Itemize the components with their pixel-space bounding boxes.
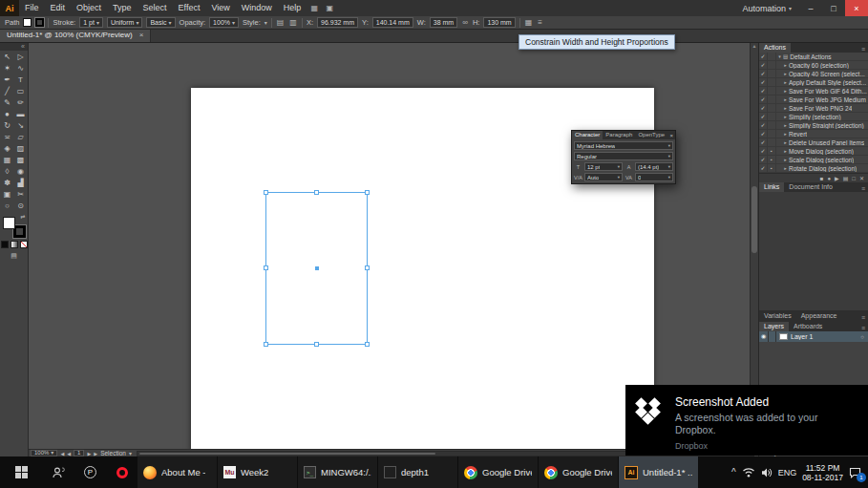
rectangle-tool[interactable]: ▭ bbox=[14, 85, 28, 96]
mesh-tool[interactable]: ▦ bbox=[1, 154, 14, 165]
scale-tool[interactable]: ↘ bbox=[14, 119, 28, 131]
action-set-row[interactable]: ✓ ▾ ▤ Default Actions bbox=[759, 53, 868, 61]
action-item-row[interactable]: ✓ ▸ Simplify Straight (selection) bbox=[759, 121, 868, 130]
selection-handle[interactable] bbox=[264, 342, 268, 347]
stroke-weight-field[interactable]: 1 pt ▾ bbox=[79, 17, 103, 28]
perspective-grid-tool[interactable]: ▨ bbox=[14, 142, 28, 154]
horizontal-scrollbar-thumb[interactable] bbox=[139, 453, 435, 455]
shape-builder-tool[interactable]: ◈ bbox=[1, 142, 14, 154]
action-dialog-toggle[interactable]: ▪ bbox=[768, 164, 776, 172]
action-item-row[interactable]: ✓ ▸ Opacity 60 (selection) bbox=[759, 61, 868, 70]
vertical-scrollbar-thumb[interactable] bbox=[752, 186, 757, 253]
close-icon[interactable]: × bbox=[667, 133, 675, 138]
align-icon[interactable]: ▤ bbox=[276, 18, 286, 27]
eyedropper-tool[interactable]: ◊ bbox=[1, 165, 14, 177]
action-item-row[interactable]: ✓ ▸ Save For Web GIF 64 Dith... bbox=[759, 87, 868, 95]
tools-collapse-icon[interactable]: « bbox=[0, 43, 28, 51]
action-check-icon[interactable]: ✓ bbox=[759, 61, 768, 69]
input-language-indicator[interactable]: ENG bbox=[778, 468, 797, 477]
action-check-icon[interactable]: ✓ bbox=[759, 156, 768, 163]
font-style-dropdown[interactable]: Regular ▾ bbox=[574, 152, 673, 160]
scroll-up-icon[interactable]: ▲ bbox=[751, 43, 758, 50]
layer-row[interactable]: ◉ Layer 1 ○ bbox=[759, 331, 868, 342]
selection-handle[interactable] bbox=[365, 265, 370, 270]
action-check-icon[interactable]: ✓ bbox=[759, 70, 768, 77]
lasso-tool[interactable]: ∿ bbox=[14, 62, 28, 74]
menu-help[interactable]: Help bbox=[278, 0, 307, 16]
next-artboard-button[interactable]: ▶ bbox=[87, 451, 91, 456]
close-button[interactable]: × bbox=[845, 0, 868, 16]
taskbar-app-mingw64[interactable]: >_ MINGW64:/... bbox=[298, 456, 378, 488]
opera-button[interactable] bbox=[106, 456, 138, 488]
wifi-icon[interactable] bbox=[742, 467, 755, 477]
leading-field[interactable]: (14.4 pt) ▾ bbox=[635, 162, 673, 171]
new-action-icon[interactable]: □ bbox=[852, 176, 856, 181]
width-tool[interactable]: ≍ bbox=[1, 131, 14, 142]
tab-layers[interactable]: Layers bbox=[759, 322, 789, 331]
record-icon[interactable]: ● bbox=[827, 176, 831, 181]
action-item-row[interactable]: ✓ ▸ Opacity 40 Screen (select... bbox=[759, 70, 868, 78]
screen-mode-button[interactable]: ▤ bbox=[11, 252, 17, 260]
action-check-icon[interactable]: ✓ bbox=[759, 78, 768, 86]
menu-edit[interactable]: Edit bbox=[45, 0, 72, 16]
clock[interactable]: 11:52 PM 08-11-2017 bbox=[802, 463, 843, 482]
width-field[interactable]: 38 mm bbox=[430, 17, 457, 28]
expand-icon[interactable]: ▸ bbox=[782, 139, 789, 145]
action-check-icon[interactable]: ✓ bbox=[759, 87, 768, 95]
action-check-icon[interactable]: ✓ bbox=[759, 53, 768, 60]
blend-tool[interactable]: ◉ bbox=[14, 165, 28, 177]
selection-handle[interactable] bbox=[365, 190, 370, 195]
expand-icon[interactable]: ▸ bbox=[782, 79, 789, 85]
action-item-row[interactable]: ✓ ▸ Apply Default Style (select... bbox=[759, 78, 868, 87]
action-dialog-toggle[interactable] bbox=[768, 130, 776, 138]
slice-tool[interactable]: ✂ bbox=[14, 188, 28, 200]
action-dialog-toggle[interactable] bbox=[768, 95, 776, 103]
gradient-mode-button[interactable] bbox=[11, 241, 18, 248]
action-center-button[interactable]: 1 bbox=[849, 467, 861, 478]
last-artboard-button[interactable]: ▶ bbox=[94, 451, 97, 456]
type-tool[interactable]: T bbox=[14, 74, 28, 85]
menu-file[interactable]: File bbox=[19, 0, 45, 16]
artboard-tool[interactable]: ▣ bbox=[1, 188, 14, 200]
transform-icon[interactable]: ▥ bbox=[288, 18, 298, 27]
action-item-row[interactable]: ✓ ▸ Save For Web JPG Medium bbox=[759, 95, 868, 104]
expand-icon[interactable]: ▸ bbox=[782, 71, 789, 76]
menu-type[interactable]: Type bbox=[107, 0, 138, 16]
rotate-tool[interactable]: ↻ bbox=[1, 119, 14, 131]
column-graph-tool[interactable]: ▟ bbox=[14, 177, 28, 188]
expand-icon[interactable]: ▸ bbox=[782, 96, 789, 102]
layer-name[interactable]: Layer 1 bbox=[791, 333, 857, 340]
expand-icon[interactable]: ▸ bbox=[782, 62, 789, 68]
direct-selection-tool[interactable]: ▷ bbox=[14, 51, 28, 62]
font-family-dropdown[interactable]: Myriad Hebrew ▾ bbox=[574, 141, 673, 150]
tab-appearance[interactable]: Appearance bbox=[796, 311, 842, 321]
action-dialog-toggle[interactable] bbox=[768, 87, 776, 95]
expand-icon[interactable]: ▸ bbox=[782, 122, 789, 128]
stop-icon[interactable]: ■ bbox=[820, 176, 824, 181]
brush-definition-dropdown[interactable]: Basic ▾ bbox=[146, 17, 175, 28]
action-dialog-toggle[interactable]: ▪ bbox=[768, 156, 776, 163]
symbol-sprayer-tool[interactable]: ✽ bbox=[1, 177, 14, 188]
color-mode-button[interactable] bbox=[1, 241, 9, 248]
action-dialog-toggle[interactable] bbox=[768, 138, 776, 146]
selected-rectangle[interactable] bbox=[265, 192, 368, 345]
action-dialog-toggle[interactable] bbox=[768, 53, 776, 60]
action-item-row[interactable]: ✓ ▸ Revert bbox=[759, 130, 868, 138]
zoom-level-dropdown[interactable]: 100% ▾ bbox=[31, 450, 57, 456]
hidden-icons-chevron[interactable]: ^ bbox=[731, 467, 736, 477]
line-segment-tool[interactable]: ╱ bbox=[1, 85, 14, 96]
expand-icon[interactable]: ▸ bbox=[782, 105, 789, 111]
collapse-icon[interactable]: ▾ bbox=[776, 53, 783, 59]
stroke-swatch[interactable] bbox=[35, 18, 44, 27]
height-field[interactable]: 130 mm bbox=[483, 17, 515, 28]
arrange-documents-icon[interactable]: ▦ bbox=[307, 4, 321, 12]
panel-menu-icon[interactable]: ≡ bbox=[537, 18, 543, 27]
action-item-row[interactable]: ✓ ▪ ▸ Scale Dialog (selection) bbox=[759, 156, 868, 164]
action-dialog-toggle[interactable] bbox=[768, 121, 776, 129]
action-check-icon[interactable]: ✓ bbox=[759, 164, 768, 172]
workspace-layout-icon[interactable]: ▣ bbox=[323, 4, 336, 12]
dropbox-notification[interactable]: Screenshot Added A screenshot was added … bbox=[625, 385, 868, 456]
taskbar-app-illustrator[interactable]: Ai Untitled-1* ... bbox=[619, 456, 699, 488]
free-transform-tool[interactable]: ▱ bbox=[14, 131, 28, 142]
panel-menu-icon[interactable]: ≡ bbox=[861, 314, 868, 321]
